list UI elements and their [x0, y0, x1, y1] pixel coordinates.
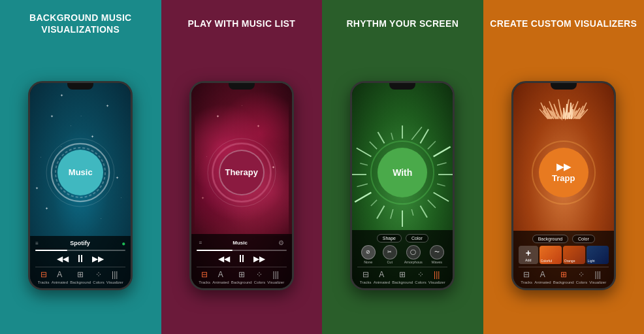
- phone-4: ▶▶ Trapp Background Color: [511, 81, 616, 290]
- thumb-add[interactable]: + Add: [519, 246, 538, 264]
- shape-color-row: Shape Color: [357, 234, 447, 242]
- phone-1-bg: ✦ ✦ ✦ · ✦ · · ✦ · · ✦ ✦ · ✦: [30, 83, 131, 288]
- thumb-strip-4: + Add Colorful Orange Light: [519, 246, 609, 264]
- play-button-3[interactable]: With: [378, 148, 427, 197]
- bottom-icon-animated-2[interactable]: A Animated: [212, 270, 229, 284]
- bottom-icon-viz-1[interactable]: ||| Visualizer: [106, 270, 123, 284]
- colors-label-4: Colors: [576, 280, 587, 284]
- next-button-1[interactable]: ▶▶: [92, 254, 104, 263]
- bottom-icon-bg-4[interactable]: ⊞ Background: [553, 270, 574, 284]
- background-pill[interactable]: Background: [532, 235, 568, 243]
- prev-button-1[interactable]: ◀◀: [57, 254, 69, 263]
- phone-bottom-3: Shape Color ⊘ None ✂ Cut: [352, 230, 453, 288]
- play-button-2[interactable]: Therapy: [219, 150, 265, 195]
- phone-wrapper-4: ▶▶ Trapp Background Color: [490, 43, 638, 327]
- bg-icon-4: ⊞: [560, 270, 567, 279]
- tool-amorphous[interactable]: ◯ Amorphous: [404, 245, 423, 264]
- panel-2-title: PLAY WITH MUSIC LIST: [187, 12, 295, 35]
- prev-button-2[interactable]: ◀◀: [218, 254, 230, 263]
- svg-line-21: [355, 192, 372, 202]
- bottom-icon-viz-2[interactable]: ||| Visualizer: [267, 270, 284, 284]
- progress-bar-2[interactable]: [197, 250, 287, 251]
- bg-label-2: Background: [231, 280, 252, 284]
- tool-waves-btn[interactable]: 〜: [430, 245, 444, 259]
- svg-line-24: [361, 163, 368, 165]
- bottom-icon-bg-2[interactable]: ⊞ Background: [231, 270, 252, 284]
- bottom-icon-bg-1[interactable]: ⊞ Background: [70, 270, 91, 284]
- play-button-1[interactable]: Music: [57, 150, 103, 195]
- bottom-icon-animated-4[interactable]: A Animated: [534, 270, 551, 284]
- center-circle-2: Therapy: [212, 143, 271, 202]
- tool-cut-btn[interactable]: ✂: [383, 245, 397, 259]
- colors-label-3: Colors: [415, 280, 426, 284]
- play-button-4[interactable]: ▶▶ Trapp: [539, 148, 588, 197]
- thumb-orange[interactable]: Orange: [563, 246, 585, 264]
- thumb-light[interactable]: Light: [587, 246, 609, 264]
- visualizer-ring-3: With: [373, 143, 432, 202]
- pause-button-1[interactable]: ⏸: [75, 253, 86, 265]
- svg-line-12: [437, 184, 445, 186]
- animated-icon-2: A: [218, 270, 223, 279]
- bottom-icon-tracks-1[interactable]: ⊟ Tracks: [38, 270, 50, 284]
- thumb-colorful[interactable]: Colorful: [539, 246, 562, 264]
- viz-label-3: Visualizer: [428, 280, 445, 284]
- tool-cut[interactable]: ✂ Cut: [383, 245, 397, 264]
- animated-label-3: Animated: [374, 280, 390, 284]
- color-pill[interactable]: Color: [406, 234, 428, 242]
- bottom-icon-tracks-4[interactable]: ⊟ Tracks: [521, 270, 532, 284]
- progress-fill-1: [35, 250, 67, 251]
- progress-bar-1[interactable]: [35, 250, 125, 251]
- panel-3-title: RHYTHM YOUR SCREEN: [346, 12, 459, 35]
- bottom-icon-animated-3[interactable]: A Animated: [374, 270, 390, 284]
- bg-icon-1: ⊞: [77, 270, 84, 279]
- panel-custom-visualizers: CREATE CUSTOM VISUALIZERS: [483, 0, 645, 334]
- next-button-2[interactable]: ▶▶: [253, 254, 265, 263]
- panel-music-list: PLAY WITH MUSIC LIST ✦ ✦ · ✦ ✦ ·: [161, 0, 323, 334]
- svg-line-22: [357, 184, 368, 186]
- phone-bottom-1: ≡ Spotify ● ◀◀ ⏸ ▶▶ ⊟: [30, 236, 131, 288]
- tool-none-btn[interactable]: ⊘: [361, 245, 376, 259]
- phone-bottom-4: Background Color + Add Colorful: [513, 231, 614, 288]
- bottom-icon-tracks-3[interactable]: ⊟ Tracks: [360, 270, 372, 284]
- bottom-icon-colors-4[interactable]: ⁘ Colors: [576, 270, 587, 284]
- colors-icon-1: ⁘: [95, 270, 102, 279]
- spotify-label: Spotify: [70, 240, 90, 246]
- tool-waves[interactable]: 〜 Waves: [430, 245, 444, 264]
- bottom-icon-viz-3[interactable]: ||| Visualizer: [428, 270, 445, 284]
- shape-pill[interactable]: Shape: [377, 234, 402, 242]
- viz-icon-2: |||: [273, 270, 279, 279]
- bottom-icon-colors-1[interactable]: ⁘ Colors: [93, 270, 104, 284]
- colors-icon-3: ⁘: [417, 270, 424, 279]
- tracks-icon-4: ⊟: [523, 270, 530, 279]
- phone-3-bg: With Shape Color ⊘ None: [352, 83, 453, 288]
- bottom-icon-tracks-2[interactable]: ⊟ Tracks: [199, 270, 210, 284]
- tracks-icon-3: ⊟: [362, 270, 369, 279]
- phone-wrapper-2: ✦ ✦ · ✦ ✦ · Therapy: [168, 43, 316, 327]
- tool-none[interactable]: ⊘ None: [361, 245, 376, 264]
- pause-button-2[interactable]: ⏸: [236, 253, 247, 265]
- phone-bottom-2: ≡ Music ⚙ ◀◀ ⏸ ▶▶ ⊟: [191, 234, 292, 288]
- bottom-icon-animated-1[interactable]: A Animated: [52, 270, 68, 284]
- color-pill-4[interactable]: Color: [572, 235, 595, 243]
- phone-wrapper-1: ✦ ✦ ✦ · ✦ · · ✦ · · ✦ ✦ · ✦: [7, 43, 155, 327]
- animated-icon-1: A: [57, 270, 62, 279]
- bg-label-3: Background: [392, 280, 413, 284]
- bottom-icon-colors-3[interactable]: ⁘ Colors: [415, 270, 426, 284]
- viz-label-1: Visualizer: [106, 280, 123, 284]
- svg-line-13: [434, 192, 449, 201]
- controls-row-1: ◀◀ ⏸ ▶▶: [35, 253, 125, 265]
- panel-1-title: BACKGROUND MUSIC VISUALIZATIONS: [7, 12, 155, 35]
- panel-background-music: BACKGROUND MUSIC VISUALIZATIONS ✦ ✦ ✦ · …: [0, 0, 161, 334]
- tool-amorphous-btn[interactable]: ◯: [406, 245, 421, 259]
- bottom-icon-bg-3[interactable]: ⊞ Background: [392, 270, 413, 284]
- svg-line-6: [411, 125, 422, 141]
- animated-icon-4: A: [540, 270, 545, 279]
- colors-label-2: Colors: [254, 280, 265, 284]
- visualizer-ring-1: Music: [51, 143, 110, 202]
- panel-4-title: CREATE CUSTOM VISUALIZERS: [490, 12, 637, 35]
- viz-label-2: Visualizer: [267, 280, 284, 284]
- bottom-icon-viz-4[interactable]: ||| Visualizer: [589, 270, 606, 284]
- colors-icon-4: ⁘: [578, 270, 585, 279]
- bottom-icon-colors-2[interactable]: ⁘ Colors: [254, 270, 265, 284]
- animated-label-1: Animated: [52, 280, 68, 284]
